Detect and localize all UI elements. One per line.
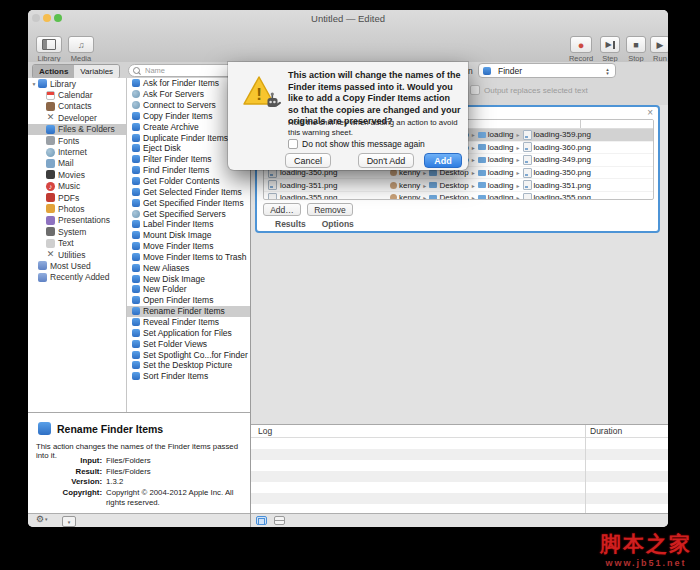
action-item-label: Reveal Finder Items [143,317,219,327]
sidebar-item-text[interactable]: Text [28,237,126,248]
actions-variables-segmented: Actions Variables [32,64,120,79]
media-icon: ♫ [78,40,85,50]
folder-icon [429,195,437,200]
action-item-reveal-finder-items[interactable]: Reveal Finder Items [127,317,250,328]
gear-menu-button[interactable]: ⚙ ▾ [36,514,48,524]
remove-files-button[interactable]: Remove [307,203,353,216]
results-tab[interactable]: Results [275,219,306,229]
image-file-icon [523,180,532,190]
action-item-open-finder-items[interactable]: Open Finder Items [127,295,250,306]
add-button[interactable]: Add [424,153,462,168]
action-item-get-selected-finder-items[interactable]: Get Selected Finder Items [127,186,250,197]
duration-column-header[interactable]: Duration [590,426,622,436]
sidebar-item-most-used[interactable]: Most Used [28,260,126,271]
tab-actions[interactable]: Actions [33,65,74,78]
stop-button[interactable]: ■ [626,36,646,53]
smart-folder-icon [38,261,47,270]
sidebar-item-label: Most Used [50,261,91,271]
action-item-sort-finder-items[interactable]: Sort Finder Items [127,371,250,382]
action-item-get-folder-contents[interactable]: Get Folder Contents [127,176,250,187]
cancel-button[interactable]: Cancel [285,153,331,168]
sidebar-item-files-folders[interactable]: Files & Folders [28,124,126,135]
svg-text:!: ! [256,85,262,104]
sidebar-item-label: Files & Folders [58,124,115,134]
step-button[interactable]: ▶ [600,36,620,53]
action-item-rename-finder-items[interactable]: Rename Finder Items [127,306,250,317]
path-file-name: loading-350.png [534,168,591,177]
table-row[interactable]: loading-355.pngkenny▸Desktop▸loading▸loa… [264,192,653,200]
log-column-header[interactable]: Log [258,426,272,436]
close-action-icon[interactable]: × [647,107,653,118]
action-item-move-finder-items[interactable]: Move Finder Items [127,241,250,252]
action-item-label: Set Application for Files [143,328,232,338]
sidebar-item-utilities[interactable]: ✕Utilities [28,249,126,260]
action-item-label-finder-items[interactable]: Label Finder Items [127,219,250,230]
sidebar-item-photos[interactable]: Photos [28,203,126,214]
step-icon: ▶ [605,40,611,49]
sidebar-item-calendar[interactable]: Calendar [28,89,126,100]
log-view-toggle-button[interactable] [256,516,267,525]
log-header: Log Duration [251,425,668,438]
sidebar-item-mail[interactable]: Mail [28,158,126,169]
action-item-set-folder-views[interactable]: Set Folder Views [127,338,250,349]
panel-toggle-icon: ▾ [68,519,71,525]
checkbox-icon[interactable] [288,139,298,149]
finder-action-icon [132,177,140,185]
image-file-icon [523,130,532,140]
sidebar-item-music[interactable]: ♪Music [28,181,126,192]
action-item-label: Connect to Servers [143,100,216,110]
action-item-new-folder[interactable]: New Folder [127,284,250,295]
sidebar-item-presentations[interactable]: Presentations [28,215,126,226]
library-button[interactable] [36,36,62,53]
finder-action-icon [132,188,140,196]
log-column-divider[interactable] [585,425,586,514]
sidebar-item-recently-added[interactable]: Recently Added [28,272,126,283]
application-popup[interactable]: Finder ▴▾ [478,63,616,78]
globe-icon [46,148,55,157]
action-item-label: Get Folder Contents [143,176,220,186]
action-item-set-application-for-files[interactable]: Set Application for Files [127,327,250,338]
sidebar-item-fonts[interactable]: Fonts [28,135,126,146]
path-crumb: loading [488,130,514,139]
sidebar-item-library[interactable]: ▼ Library [28,78,126,89]
action-item-get-specified-servers[interactable]: Get Specified Servers [127,208,250,219]
sidebar-item-developer[interactable]: ✕Developer [28,112,126,123]
sidebar-item-system[interactable]: System [28,226,126,237]
table-row[interactable]: loading-351.pngkenny▸Desktop▸loading▸loa… [264,179,653,192]
action-item-set-spotlight-co-for-finder-items[interactable]: Set Spotlight Co...for Finder Items [127,349,250,360]
disclosure-triangle-icon[interactable]: ▼ [30,81,38,87]
run-button[interactable]: ▶ [650,36,668,53]
sidebar-item-movies[interactable]: Movies [28,169,126,180]
image-file-icon [268,180,277,190]
action-item-mount-disk-image[interactable]: Mount Disk Image [127,230,250,241]
tab-variables[interactable]: Variables [74,65,119,78]
sidebar-item-internet[interactable]: Internet [28,146,126,157]
user-icon [390,194,397,200]
options-tab[interactable]: Options [322,219,354,229]
description-fields: Input:Files/FoldersResult:Files/FoldersV… [28,456,250,509]
action-item-new-aliases[interactable]: New Aliases [127,262,250,273]
add-files-button[interactable]: Add… [263,203,301,216]
panel-toggle-button[interactable]: ▾ [62,516,76,527]
watermark-title: 脚本之家 [600,530,692,558]
library-icon [42,39,56,50]
sidebar-item-label: Calendar [58,90,93,100]
user-icon [390,169,397,176]
action-item-move-finder-items-to-trash[interactable]: Move Finder Items to Trash [127,252,250,263]
action-item-set-the-desktop-picture[interactable]: Set the Desktop Picture [127,360,250,371]
action-item-label: Copy Finder Items [143,111,212,121]
fonts-icon [46,136,55,145]
action-search-field[interactable] [128,64,240,77]
sidebar-item-contacts[interactable]: Contacts [28,101,126,112]
column-divider[interactable] [580,120,581,128]
search-input[interactable] [143,65,227,76]
dont-add-button[interactable]: Don't Add [358,153,414,168]
action-item-new-disk-image[interactable]: New Disk Image [127,273,250,284]
do-not-show-checkbox[interactable]: Do not show this message again [288,139,425,149]
action-item-get-specified-finder-items[interactable]: Get Specified Finder Items [127,197,250,208]
sidebar-item-pdfs[interactable]: PDFs [28,192,126,203]
record-button[interactable]: ● [570,36,592,53]
step-icon-bar [613,41,615,49]
media-button[interactable]: ♫ [68,36,94,53]
variables-view-toggle-button[interactable] [274,516,285,525]
